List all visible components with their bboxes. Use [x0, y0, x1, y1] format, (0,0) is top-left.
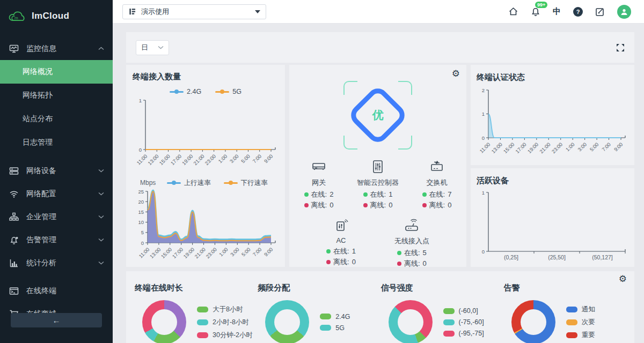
gear-icon[interactable]: ⚙: [619, 274, 627, 284]
legend-item[interactable]: 大于8小时: [197, 305, 253, 314]
svg-text:23:00: 23:00: [203, 153, 217, 167]
home-icon[interactable]: [508, 6, 518, 17]
svg-text:1:00: 1:00: [217, 153, 228, 165]
online-dot: [397, 251, 401, 255]
sidebar-item-monitor-info[interactable]: 监控信息: [0, 37, 113, 60]
svg-text:1: 1: [482, 190, 485, 196]
band-allocation-donut: [265, 300, 309, 343]
legend-swatch: [566, 307, 577, 312]
notifications-bell-icon[interactable]: 99+: [531, 6, 540, 17]
sidebar-item-site-distribution[interactable]: 站点分布: [0, 107, 113, 131]
legend-label: 大于8小时: [213, 305, 243, 314]
period-select[interactable]: 日: [136, 40, 169, 55]
device-name: 智能云控制器: [357, 178, 399, 188]
sidebar-item-online-terminals[interactable]: 在线终端: [0, 279, 113, 302]
fullscreen-icon[interactable]: [616, 43, 625, 52]
legend-item[interactable]: 2小时-8小时: [197, 318, 253, 327]
terminal-access-chart: 0111:0013:0015:0017:0019:0021:0023:001:0…: [133, 96, 279, 175]
svg-text:3:00: 3:00: [229, 247, 240, 258]
device-status-row2: AC 在线:1 离线:0 无线接入点 在线:5: [289, 218, 466, 267]
legend-item-uplink[interactable]: 上行速率: [167, 178, 211, 188]
user-avatar[interactable]: [617, 5, 631, 19]
cloud-logo-icon: m: [8, 9, 26, 23]
svg-text:0: 0: [141, 240, 144, 246]
offline-dot: [397, 262, 401, 266]
language-switch[interactable]: 中: [553, 6, 561, 17]
sidebar-item-label: 网络拓扑: [23, 91, 53, 100]
legend-swatch: [320, 314, 331, 319]
right-column: 终端认证状态 01211:0013:0015:0017:0019:0021:00…: [471, 65, 634, 267]
svg-text:m: m: [14, 16, 18, 20]
svg-text:(0,25]: (0,25]: [504, 254, 518, 260]
terminal-access-card: 终端接入数量 2.4G 5G 0111:0013:0015:0017:0019:…: [126, 65, 285, 267]
svg-text:11:00: 11:00: [137, 247, 150, 259]
access-point-icon: [402, 218, 421, 233]
legend-swatch: [566, 319, 577, 325]
sidebar-item-network-devices[interactable]: 网络设备: [0, 159, 113, 182]
sidebar-item-network-topology[interactable]: 网络拓扑: [0, 84, 113, 107]
online-dot: [363, 192, 368, 197]
sidebar-item-enterprise[interactable]: 企业管理: [0, 205, 113, 228]
sidebar-item-network-overview[interactable]: 网络概况: [0, 60, 113, 84]
legend-item[interactable]: (-95,-75]: [443, 330, 484, 337]
legend-swatch: [566, 332, 577, 338]
legend-item[interactable]: 5G: [320, 324, 350, 332]
alarm-chart-block: 告警 通知次要重要: [504, 279, 627, 343]
sidebar-item-log-management[interactable]: 日志管理: [0, 131, 113, 154]
legend-item[interactable]: (-60,0]: [443, 307, 484, 315]
donut-panel: ⚙ 终端在线时长 大于8小时2小时-8小时30分钟-2小时 频段分配 2.4G5…: [126, 271, 634, 343]
svg-text:15:00: 15:00: [160, 247, 173, 260]
legend-item[interactable]: 30分钟-2小时: [197, 331, 253, 340]
scene-select-value: 演示使用: [141, 7, 169, 17]
legend-item-24g[interactable]: 2.4G: [170, 88, 201, 95]
sidebar-item-alarm-management[interactable]: 告警管理: [0, 228, 113, 251]
app-logo: m ImCloud: [0, 0, 113, 32]
chevron-down-icon: [98, 192, 104, 196]
chevron-down-icon: [158, 46, 164, 49]
svg-text:11:00: 11:00: [135, 153, 148, 166]
online-dot: [422, 192, 427, 197]
device-name: 网关: [312, 178, 326, 188]
offline-count: 0: [330, 202, 333, 209]
legend-swatch: [443, 319, 455, 325]
scene-list-icon: [128, 8, 136, 16]
legend-item[interactable]: 重要: [566, 331, 595, 340]
bracket-corner: [343, 81, 357, 95]
health-grade-text: 优: [372, 108, 384, 123]
legend-label: 2小时-8小时: [213, 318, 249, 327]
legend-item[interactable]: 2.4G: [320, 313, 350, 320]
alarm-donut: [511, 300, 555, 343]
chevron-down-icon: [98, 169, 104, 173]
chevron-down-icon: [98, 261, 104, 265]
svg-text:9:00: 9:00: [613, 141, 624, 153]
legend-item[interactable]: 通知: [566, 305, 595, 314]
monitor-icon: [9, 44, 19, 54]
scene-select[interactable]: 演示使用: [122, 4, 266, 19]
legend-item[interactable]: (-75,-60]: [443, 318, 484, 326]
legend-item-downlink[interactable]: 下行速率: [224, 178, 268, 188]
online-duration-donut: [142, 300, 186, 343]
topbar: 演示使用 99+ 中 ?: [113, 0, 644, 24]
svg-text:0: 0: [139, 147, 142, 153]
device-name: 交换机: [427, 178, 448, 188]
legend-label: 重要: [582, 331, 595, 340]
feedback-edit-icon[interactable]: [595, 7, 605, 17]
legend-swatch: [320, 325, 331, 331]
help-icon[interactable]: ?: [573, 7, 583, 17]
device-switch: 交换机 在线:7 离线:0: [407, 159, 466, 209]
sidebar-collapse-button[interactable]: ←: [11, 313, 102, 327]
terminal-auth-chart: 01211:0013:0015:0017:0019:0021:0023:001:…: [477, 86, 628, 163]
legend-label: 2.4G: [335, 313, 350, 320]
sidebar-item-network-config[interactable]: 网络配置: [0, 182, 113, 205]
svg-text:5: 5: [141, 229, 144, 235]
active-devices-chart: 01(0,25](25,50](50,127]: [477, 188, 628, 264]
gear-icon[interactable]: ⚙: [452, 69, 460, 78]
viewfinder-brackets: 优: [343, 81, 412, 150]
chart-title: 信号强度: [381, 283, 504, 293]
svg-text:17:00: 17:00: [514, 141, 528, 155]
legend-item[interactable]: 次要: [566, 318, 595, 327]
svg-text:21:00: 21:00: [538, 141, 552, 155]
device-name: 无线接入点: [394, 236, 429, 246]
legend-item-5g[interactable]: 5G: [215, 88, 241, 95]
sidebar-item-statistics[interactable]: 统计分析: [0, 251, 113, 274]
